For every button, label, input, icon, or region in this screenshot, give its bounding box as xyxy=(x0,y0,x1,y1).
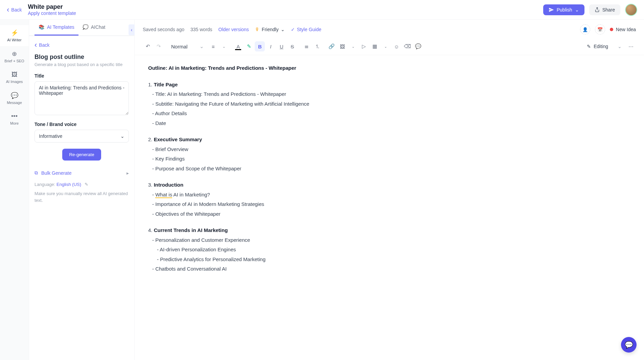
title-input[interactable] xyxy=(34,81,129,115)
table-dropdown[interactable]: ⌄ xyxy=(381,41,391,51)
table-button[interactable]: ▦ xyxy=(370,41,380,51)
help-chat-button[interactable]: 💬 xyxy=(621,337,637,353)
pencil-icon: ✎ xyxy=(587,44,591,49)
outline-subitem: Predictive Analytics for Personalized Ma… xyxy=(148,255,630,264)
rail-ai-images[interactable]: 🖼 AI Images xyxy=(0,67,29,88)
rail-message[interactable]: 💬 Message xyxy=(0,88,29,109)
outline-item: Brief Overview xyxy=(148,145,630,154)
tone-label: Friendly xyxy=(262,27,279,32)
status-label: New Idea xyxy=(616,27,636,32)
bullet-list-button[interactable]: ≣ xyxy=(301,41,312,51)
share-icon xyxy=(595,7,600,12)
rail-brief-seo[interactable]: ⊕ Brief + SEO xyxy=(0,46,29,67)
user-avatar[interactable] xyxy=(625,4,637,16)
editor-area: Saved seconds ago 335 words Older versio… xyxy=(135,20,644,360)
redo-button[interactable]: ↷ xyxy=(154,41,164,51)
doc-title: White paper xyxy=(28,3,76,10)
tone-select[interactable]: Informative ⌄ xyxy=(34,130,129,143)
chevron-left-icon xyxy=(7,6,9,14)
comment-button[interactable]: 💬 xyxy=(413,41,423,51)
publish-button[interactable]: Publish ⌄ xyxy=(543,4,584,15)
tone-dropdown[interactable]: 🎙 Friendly ⌄ xyxy=(255,27,285,32)
publish-label: Publish xyxy=(557,7,572,13)
chevron-down-icon: ⌄ xyxy=(618,44,622,49)
rail-ai-writer[interactable]: ⚡ AI Writer xyxy=(0,25,29,46)
add-date-button[interactable]: 📅 xyxy=(595,24,605,35)
sidebar-panel: ‹ 📚 AI Templates 💭 AIChat Back Blog post… xyxy=(29,20,135,360)
font-color-button[interactable]: A xyxy=(233,41,243,51)
edit-icon[interactable]: ✎ xyxy=(85,182,88,187)
regenerate-button[interactable]: Re-generate xyxy=(62,149,101,161)
library-icon: 📚 xyxy=(39,24,44,30)
saved-status: Saved seconds ago xyxy=(143,27,184,32)
outline-section: 4. Current Trends in AI Marketing Person… xyxy=(148,226,630,274)
editor-toolbar: ↶ ↷ Normal ⌄ ≡ ⌄ A ✎ B I U S ≣ ⒈ xyxy=(135,39,644,55)
status-dot-icon xyxy=(610,28,613,31)
clear-format-button[interactable]: ⌫ xyxy=(402,41,412,51)
person-icon: 👤 xyxy=(582,27,588,32)
outline-item: Title: AI in Marketing: Trends and Predi… xyxy=(148,89,630,99)
chevron-down-icon: ⌄ xyxy=(200,43,204,49)
back-button[interactable]: Back xyxy=(7,6,22,14)
tab-label: AIChat xyxy=(91,24,106,30)
strike-button[interactable]: S xyxy=(287,41,297,51)
align-dropdown[interactable]: ⌄ xyxy=(219,41,229,51)
bolt-icon: ⚡ xyxy=(11,29,18,37)
outline-subitem: AI-driven Personalization Engines xyxy=(148,245,630,255)
format-select[interactable]: Normal ⌄ xyxy=(168,41,207,51)
status-chip[interactable]: New Idea xyxy=(610,27,636,32)
panel-back-button[interactable]: Back xyxy=(34,41,129,49)
chat-icon: 💭 xyxy=(83,24,88,30)
tab-ai-templates[interactable]: 📚 AI Templates xyxy=(34,20,78,36)
outline-item: Key Findings xyxy=(148,154,630,164)
editing-label: Editing xyxy=(594,44,608,49)
rail-label: AI Images xyxy=(6,80,23,84)
video-button[interactable]: ▷ xyxy=(359,41,369,51)
image-icon: 🖼 xyxy=(12,71,18,78)
apply-template-link[interactable]: Apply content template xyxy=(28,10,76,16)
numbered-list-button[interactable]: ⒈ xyxy=(312,41,322,51)
rail-more[interactable]: ••• More xyxy=(0,109,29,129)
rail-label: Message xyxy=(7,101,22,105)
add-person-button[interactable]: 👤 xyxy=(580,24,590,35)
italic-button[interactable]: I xyxy=(266,41,276,51)
undo-button[interactable]: ↶ xyxy=(143,41,153,51)
bulk-generate-button[interactable]: ⧉ Bulk Generate ▸ xyxy=(34,167,129,179)
underline-button[interactable]: U xyxy=(276,41,286,51)
language-link[interactable]: English (US) xyxy=(56,182,81,187)
title-field-label: Title xyxy=(34,73,129,79)
outline-item: Subtitle: Navigating the Future of Marke… xyxy=(148,99,630,109)
collapse-sidebar-button[interactable]: ‹ xyxy=(129,24,135,35)
older-versions-link[interactable]: Older versions xyxy=(218,27,249,32)
tone-field-label: Tone / Brand voice xyxy=(34,122,129,127)
format-label: Normal xyxy=(171,44,187,49)
image-dropdown[interactable]: ⌄ xyxy=(348,41,358,51)
bold-button[interactable]: B xyxy=(255,41,265,51)
send-icon xyxy=(549,7,554,13)
outline-item: - What is AI in Marketing? xyxy=(148,190,630,200)
back-label: Back xyxy=(11,7,22,13)
mic-icon: 🎙 xyxy=(255,27,260,32)
align-button[interactable]: ≡ xyxy=(208,41,218,51)
highlight-button[interactable]: ✎ xyxy=(244,41,254,51)
share-button[interactable]: Share xyxy=(589,4,620,15)
calendar-icon: 📅 xyxy=(597,27,603,32)
outline-item: Personalization and Customer Experience xyxy=(148,235,630,245)
more-toolbar-button[interactable]: ⋯ xyxy=(626,41,636,51)
document-content[interactable]: Outline: AI in Marketing: Trends and Pre… xyxy=(135,55,644,360)
review-note: Make sure you manually review all AI gen… xyxy=(34,190,129,204)
image-button[interactable]: 🖼 xyxy=(337,41,347,51)
style-guide-button[interactable]: ✓ Style Guide xyxy=(291,27,321,32)
play-icon: ▸ xyxy=(127,170,129,176)
rail-label: More xyxy=(10,121,19,125)
link-button[interactable]: 🔗 xyxy=(326,41,337,51)
outline-item: Objectives of the Whitepaper xyxy=(148,209,630,219)
outline-item: Date xyxy=(148,119,630,128)
message-icon: 💬 xyxy=(11,92,18,99)
language-row: Language: English (US) ✎ xyxy=(34,182,129,187)
emoji-button[interactable]: ☺ xyxy=(391,41,401,51)
tab-ai-chat[interactable]: 💭 AIChat xyxy=(78,20,110,36)
chevron-down-icon: ⌄ xyxy=(120,133,124,139)
tone-value: Informative xyxy=(39,133,62,139)
editing-mode-dropdown[interactable]: ✎ Editing ⌄ xyxy=(583,44,625,49)
